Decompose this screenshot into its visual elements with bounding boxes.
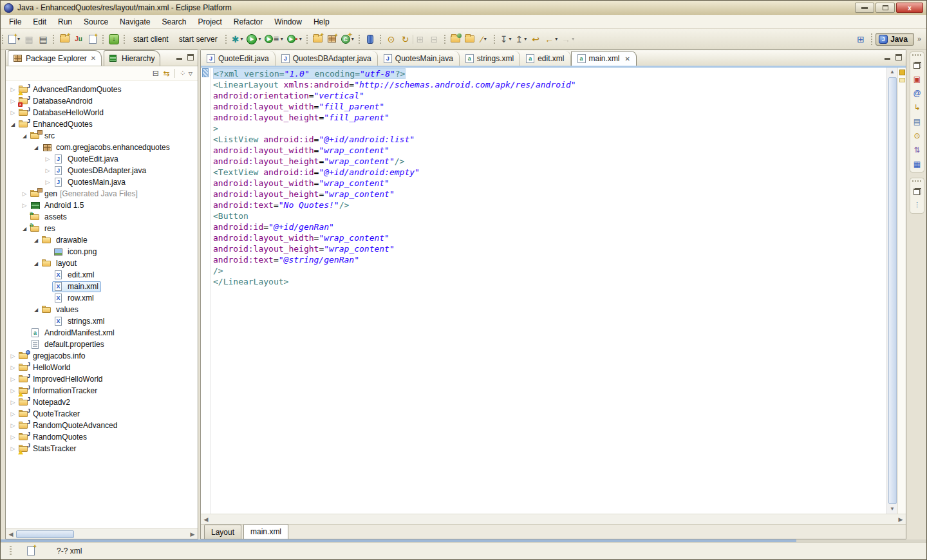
expand-arrow-icon[interactable]: ▷ bbox=[8, 364, 17, 371]
expand-arrow-icon[interactable]: ▷ bbox=[20, 191, 29, 197]
tree-item-drawable[interactable]: ◢drawable bbox=[6, 234, 198, 246]
expand-arrow-icon[interactable]: ▷ bbox=[43, 179, 52, 185]
tree-item-helloworld[interactable]: ▷JHelloWorld bbox=[6, 362, 198, 373]
menu-project[interactable]: Project bbox=[192, 15, 227, 28]
perspective-overflow-chevron[interactable]: » bbox=[917, 35, 921, 42]
tree-item-improvedhelloworld[interactable]: ▷JImprovedHelloWorld bbox=[6, 373, 198, 385]
android-device-button[interactable]: ↓ bbox=[107, 32, 121, 46]
tree-item-quoteedit-java[interactable]: ▷JQuoteEdit.java bbox=[6, 153, 198, 165]
expand-arrow-icon[interactable]: ▷ bbox=[8, 411, 17, 417]
declaration-view-icon[interactable]: ↳ bbox=[912, 102, 922, 113]
menu-source[interactable]: Source bbox=[78, 15, 114, 28]
group-grip[interactable] bbox=[912, 54, 922, 56]
collapse-arrow-icon[interactable]: ◢ bbox=[20, 226, 29, 232]
editor-tab-main-xml[interactable]: main.xml✕ bbox=[571, 51, 637, 66]
open-resource-button[interactable] bbox=[463, 32, 477, 46]
package-explorer-hscrollbar[interactable]: ◀▶ bbox=[6, 528, 198, 539]
menu-window[interactable]: Window bbox=[268, 15, 308, 28]
close-view-icon[interactable]: ✕ bbox=[91, 55, 96, 62]
refresh-button[interactable]: ↻ bbox=[398, 32, 413, 46]
tree-item-statstracker[interactable]: ▷JStatsTracker bbox=[6, 443, 198, 454]
java-search-button[interactable]: ⊙ bbox=[384, 32, 398, 46]
restore-views-icon[interactable] bbox=[912, 60, 922, 70]
save-button[interactable]: ▦ bbox=[22, 32, 36, 46]
minimize-button[interactable] bbox=[855, 3, 874, 13]
tree-item-enhancedquotes[interactable]: ◢JEnhancedQuotes bbox=[6, 118, 198, 130]
expand-arrow-icon[interactable]: ▷ bbox=[8, 422, 17, 429]
previous-annotation-button[interactable]: ↥▾ bbox=[513, 32, 529, 46]
close-tab-icon[interactable]: ✕ bbox=[625, 55, 630, 62]
tree-item-quotetracker[interactable]: ▷JQuoteTracker bbox=[6, 408, 198, 420]
tree-item-advancedrandomquotes[interactable]: ▷JAdvancedRandomQuotes bbox=[6, 84, 198, 95]
menu-run[interactable]: Run bbox=[52, 15, 78, 28]
editor-tab-quotesdbadapter-java[interactable]: QuotesDBAdapter.java bbox=[276, 51, 378, 66]
menu-edit[interactable]: Edit bbox=[27, 15, 52, 28]
new-wizard-button[interactable]: ✦▾ bbox=[6, 32, 22, 46]
expand-arrow-icon[interactable]: ▷ bbox=[8, 86, 17, 93]
tree-item-notepadv2[interactable]: ▷JNotepadv2 bbox=[6, 397, 198, 408]
restore-button[interactable] bbox=[876, 3, 895, 13]
collapse-arrow-icon[interactable]: ◢ bbox=[32, 145, 41, 151]
tree-item-edit-xml[interactable]: Xedit.xml bbox=[6, 269, 198, 281]
collapse-all-icon[interactable]: ⊟ bbox=[153, 70, 159, 77]
tab-package-explorer[interactable]: Package Explorer ✕ bbox=[8, 50, 102, 66]
tree-item-default-properties[interactable]: default.properties bbox=[6, 339, 198, 350]
collapse-arrow-icon[interactable]: ◢ bbox=[32, 307, 41, 313]
tree-item-androidmanifest-xml[interactable]: aAndroidManifest.xml bbox=[6, 327, 198, 339]
maximize-editor-icon[interactable] bbox=[894, 53, 903, 61]
expand-arrow-icon[interactable]: ▷ bbox=[8, 109, 17, 116]
editor-tab-edit-xml[interactable]: edit.xml bbox=[520, 51, 570, 66]
new-android-xml-button[interactable]: ✦ bbox=[86, 32, 100, 46]
editor-tab-quoteedit-java[interactable]: QuoteEdit.java bbox=[201, 51, 276, 66]
menu-refactor[interactable]: Refactor bbox=[228, 15, 268, 28]
tab-hierarchy[interactable]: Hierarchy bbox=[104, 50, 160, 66]
console-view-icon[interactable]: ▦ bbox=[912, 159, 922, 169]
new-package-button[interactable]: ✦ bbox=[325, 32, 339, 46]
tree-item-databaseandroid[interactable]: ▷JxDatabaseAndroid bbox=[6, 95, 198, 107]
start-server-button[interactable]: start server bbox=[174, 32, 223, 46]
collapse-arrow-icon[interactable]: ◢ bbox=[32, 238, 41, 243]
expand-arrow-icon[interactable]: ▷ bbox=[8, 353, 17, 359]
collapse-arrow-icon[interactable]: ◢ bbox=[20, 133, 29, 139]
run-button[interactable]: ▶▾ bbox=[245, 32, 263, 46]
devices-view-icon[interactable]: ▣ bbox=[912, 74, 922, 84]
mark-occurrences-button[interactable]: ∕▾ bbox=[477, 32, 491, 46]
tree-item-com-gregjacobs-enhancedquotes[interactable]: ◢com.gregjacobs.enhancedquotes bbox=[6, 142, 198, 153]
properties-view-icon[interactable]: ▤ bbox=[912, 117, 922, 127]
tree-item-src[interactable]: ◢src bbox=[6, 130, 198, 142]
java-perspective-button[interactable]: J Java bbox=[876, 33, 914, 46]
editor-gutter[interactable] bbox=[201, 68, 211, 514]
collapse-arrow-icon[interactable]: ◢ bbox=[32, 261, 41, 266]
tree-item-gen[interactable]: ▷gen[Generated Java Files] bbox=[6, 188, 198, 200]
link-with-editor-icon[interactable]: ⇆ bbox=[164, 70, 170, 77]
tree-item-randomquotes[interactable]: ▷JRandomQuotes bbox=[6, 431, 198, 443]
menu-navigate[interactable]: Navigate bbox=[114, 15, 156, 28]
print-button[interactable]: ▤ bbox=[36, 32, 50, 46]
junit-test-button[interactable]: Ju bbox=[71, 32, 86, 46]
close-button[interactable]: x bbox=[896, 3, 923, 13]
forward-button[interactable]: →▾ bbox=[559, 32, 576, 46]
menu-help[interactable]: Help bbox=[308, 15, 335, 28]
tree-item-quotesmain-java[interactable]: ▷JQuotesMain.java bbox=[6, 176, 198, 188]
new-android-project-button[interactable]: ✦ bbox=[57, 32, 71, 46]
group-grip[interactable] bbox=[912, 180, 922, 182]
editor-hscrollbar[interactable]: ◀▶ bbox=[201, 514, 906, 524]
tree-item-assets[interactable]: aassets bbox=[6, 211, 198, 223]
xml-source-editor[interactable]: <?xml version="1.0" encoding="utf-8"?><L… bbox=[211, 68, 886, 514]
next-annotation-button[interactable]: ↧▾ bbox=[498, 32, 514, 46]
open-perspective-button[interactable]: ⊞ bbox=[854, 32, 868, 46]
tree-item-main-xml[interactable]: Xmain.xml bbox=[6, 281, 198, 292]
tree-item-icon-png[interactable]: icon.png bbox=[6, 246, 198, 257]
overview-ruler[interactable] bbox=[897, 68, 906, 514]
outline-view-icon[interactable]: ⫶ bbox=[912, 200, 922, 210]
page-tab-layout[interactable]: Layout bbox=[204, 525, 241, 539]
last-edit-location-button[interactable]: ↩ bbox=[529, 32, 543, 46]
tree-item-values[interactable]: ◢values bbox=[6, 304, 198, 315]
tree-item-informationtracker[interactable]: ▷JInformationTracker bbox=[6, 385, 198, 397]
expand-arrow-icon[interactable]: ▷ bbox=[8, 376, 17, 382]
tree-item-row-xml[interactable]: Xrow.xml bbox=[6, 292, 198, 304]
tree-item-databasehelloworld[interactable]: ▷JDatabaseHelloWorld bbox=[6, 107, 198, 118]
collapse-all-button[interactable]: ⊟ bbox=[427, 32, 442, 46]
expand-arrow-icon[interactable]: ▷ bbox=[8, 387, 17, 394]
expand-arrow-icon[interactable]: ▷ bbox=[43, 167, 52, 174]
